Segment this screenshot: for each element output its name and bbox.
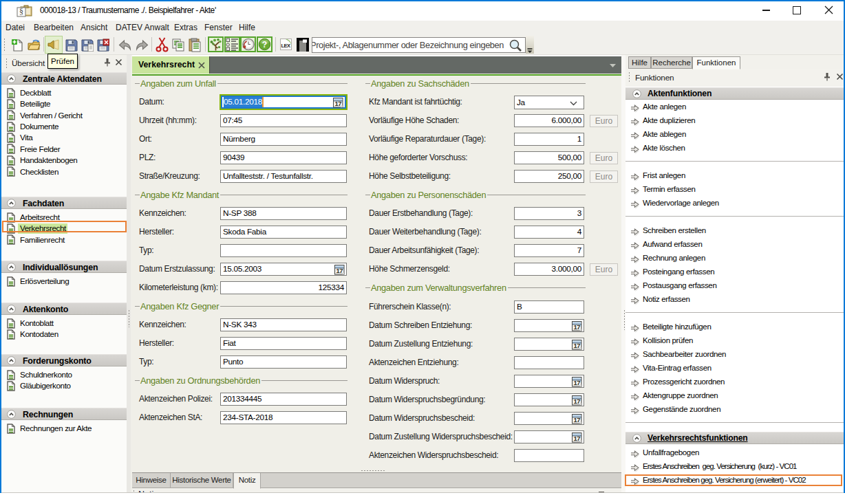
svg-text:17: 17 <box>336 267 343 274</box>
svg-text:17: 17 <box>574 379 581 386</box>
svg-text:17: 17 <box>335 100 342 107</box>
svg-text:17: 17 <box>574 397 581 405</box>
svg-text:17: 17 <box>574 416 581 424</box>
svg-text:?: ? <box>262 40 267 50</box>
svg-text:17: 17 <box>574 435 581 442</box>
svg-text:17: 17 <box>574 323 581 331</box>
svg-text:17: 17 <box>574 342 581 349</box>
svg-text:LEX: LEX <box>281 43 290 49</box>
svg-text:§: § <box>19 7 23 17</box>
